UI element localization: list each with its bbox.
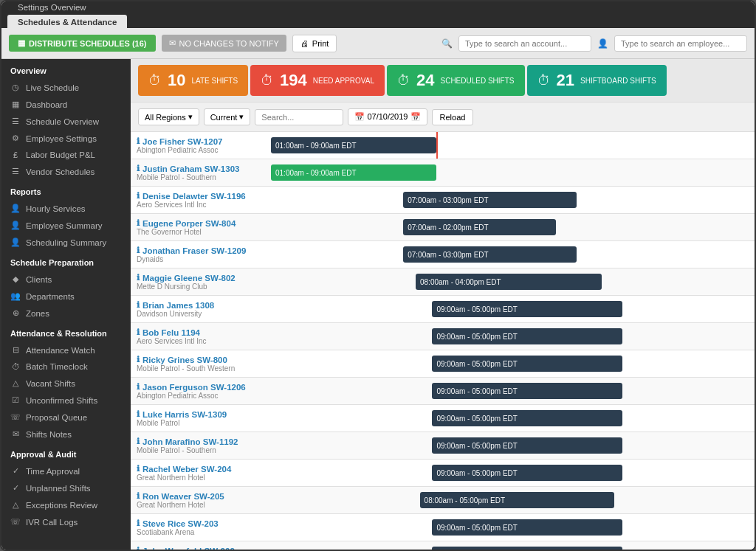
table-row: ℹ John Marafino SW-1192 Mobile Patrol - … xyxy=(131,432,755,460)
info-icon[interactable]: ℹ xyxy=(137,464,140,474)
reload-button[interactable]: Reload xyxy=(432,109,474,125)
employee-name: ℹ Bob Felu 1194 xyxy=(137,328,265,337)
info-icon[interactable]: ℹ xyxy=(137,491,140,501)
shift-block[interactable]: 07:00am - 02:00pm EDT xyxy=(403,219,556,235)
sidebar-item-scheduling-summary[interactable]: 👤Scheduling Summary xyxy=(1,234,131,251)
shift-block[interactable]: 07:00am - 03:00pm EDT xyxy=(403,246,577,263)
employee-subtitle: Aero Services Intl Inc xyxy=(137,201,265,209)
sidebar-item-vacant-shifts[interactable]: △Vacant Shifts xyxy=(1,375,131,392)
stat-number: 21 xyxy=(557,71,574,90)
info-icon[interactable]: ℹ xyxy=(137,409,140,419)
shift-block[interactable]: 01:00am - 09:00am EDT xyxy=(271,137,436,153)
sidebar-item-unconfirmed-shifts[interactable]: ☑Unconfirmed Shifts xyxy=(1,392,131,409)
sidebar-icon: ☏ xyxy=(10,517,21,527)
shift-block[interactable]: 09:00am - 05:00pm EDT xyxy=(432,519,622,536)
shift-block[interactable]: 09:00am - 05:00pm EDT xyxy=(432,301,622,317)
time-filter[interactable]: Current ▾ xyxy=(204,108,251,125)
sidebar-item-unplanned-shifts[interactable]: ✓Unplanned Shifts xyxy=(1,479,131,496)
shift-block[interactable]: 09:00am - 05:00pm EDT xyxy=(432,437,622,454)
date-picker[interactable]: 📅 07/10/2019 📅 xyxy=(348,108,427,125)
info-icon[interactable]: ℹ xyxy=(137,191,140,201)
employee-name-text: Brian James 1308 xyxy=(142,301,214,310)
current-time-indicator xyxy=(436,132,438,159)
sidebar-item-zones[interactable]: ⊕Zones xyxy=(1,305,131,322)
stat-card-shiftboard-shifts[interactable]: ⏱ 21 SHIFTBOARD SHIFTS xyxy=(527,65,667,96)
stat-icon: ⏱ xyxy=(537,73,551,89)
info-icon[interactable]: ℹ xyxy=(137,546,140,550)
stat-card-late-shifts[interactable]: ⏱ 10 LATE SHIFTS xyxy=(138,65,248,96)
info-icon[interactable]: ℹ xyxy=(137,273,140,283)
sidebar-item-shifts-notes[interactable]: ✉Shifts Notes xyxy=(1,426,131,443)
info-icon[interactable]: ℹ xyxy=(137,136,140,146)
schedule-search-input[interactable] xyxy=(255,109,343,125)
employee-name-text: Jason Ferguson SW-1206 xyxy=(142,383,246,392)
sidebar-item-attendance-watch[interactable]: ⊟Attendance Watch xyxy=(1,342,131,358)
shift-block[interactable]: 08:00am - 04:00pm EDT xyxy=(416,274,602,290)
sidebar-item-dashboard[interactable]: ▦Dashboard xyxy=(1,96,131,113)
sidebar-icon: ◷ xyxy=(10,83,21,92)
sidebar-item-schedule-overview[interactable]: ☰Schedule Overview xyxy=(1,113,131,130)
info-icon[interactable]: ℹ xyxy=(137,382,140,392)
sidebar-item-clients[interactable]: ◆Clients xyxy=(1,271,131,288)
employee-subtitle: The Governor Hotel xyxy=(137,228,265,236)
sidebar-icon: ☑ xyxy=(10,395,21,405)
stat-card-scheduled-shifts[interactable]: ⏱ 24 SCHEDULED SHIFTS xyxy=(387,65,525,96)
shift-block[interactable]: 07:00am - 03:00pm EDT xyxy=(403,192,577,208)
info-icon[interactable]: ℹ xyxy=(137,218,140,228)
sidebar-icon: ⊕ xyxy=(10,308,21,318)
sidebar-icon: ☰ xyxy=(10,117,21,126)
shift-block[interactable]: 09:00am - 05:00pm EDT xyxy=(432,410,622,426)
sidebar-item-proposal-queue[interactable]: ☏Proposal Queue xyxy=(1,409,131,426)
sidebar-item-batch-timeclock[interactable]: ⏱Batch Timeclock xyxy=(1,358,131,375)
employee-name-text: Maggie Gleene SW-802 xyxy=(142,274,236,283)
nav-tab-settings-overview[interactable]: Settings Overview xyxy=(7,0,127,15)
sidebar-item-label: Unplanned Shifts xyxy=(26,484,91,493)
region-filter[interactable]: All Regions ▾ xyxy=(138,108,199,125)
stat-card-need-approval[interactable]: ⏱ 194 NEED APPROVAL xyxy=(250,65,385,96)
shift-block[interactable]: 09:00am - 05:00pm EDT xyxy=(432,547,622,550)
sidebar-item-vendor-schedules[interactable]: ☰Vendor Schedules xyxy=(1,163,131,180)
info-icon[interactable]: ℹ xyxy=(137,246,140,255)
shift-block[interactable]: 09:00am - 05:00pm EDT xyxy=(432,356,622,372)
info-icon[interactable]: ℹ xyxy=(137,519,140,528)
sidebar-section-approval-&-audit: Approval & Audit xyxy=(1,443,131,462)
employee-info: ℹ Ron Weaver SW-205 Great Northern Hotel xyxy=(131,489,271,511)
stat-number: 194 xyxy=(280,71,307,90)
employee-subtitle: Davidson University xyxy=(137,310,265,318)
shift-block[interactable]: 09:00am - 05:00pm EDT xyxy=(432,328,622,344)
info-icon[interactable]: ℹ xyxy=(137,328,140,337)
employee-name: ℹ Jason Ferguson SW-1206 xyxy=(137,382,265,392)
sidebar-item-labor-budget-p-l[interactable]: ₤Labor Budget P&L xyxy=(1,147,131,163)
sidebar-item-time-approval[interactable]: ✓Time Approval xyxy=(1,462,131,479)
employee-name-text: Eugene Porper SW-804 xyxy=(142,219,236,228)
distribute-schedules-button[interactable]: ▦ DISTRIBUTE SCHEDULES (16) xyxy=(9,35,156,52)
search-employee-input[interactable] xyxy=(614,35,747,52)
sidebar-item-exceptions-review[interactable]: △Exceptions Review xyxy=(1,496,131,513)
info-icon[interactable]: ℹ xyxy=(137,300,140,310)
no-changes-button[interactable]: ✉ NO CHANGES TO NOTIFY xyxy=(162,35,286,52)
nav-tab-schedules-&-attendance[interactable]: Schedules & Attendance xyxy=(7,15,127,30)
shift-block[interactable]: 01:00am - 09:00am EDT xyxy=(271,164,436,181)
employee-name: ℹ Eugene Porper SW-804 xyxy=(137,218,265,228)
sidebar-item-live-schedule[interactable]: ◷Live Schedule xyxy=(1,79,131,96)
sidebar-item-hourly-services[interactable]: 👤Hourly Services xyxy=(1,200,131,217)
info-icon[interactable]: ℹ xyxy=(137,164,140,173)
print-button[interactable]: 🖨 Print xyxy=(292,35,337,52)
sidebar-icon: △ xyxy=(10,500,21,510)
sidebar-item-departments[interactable]: 👥Departments xyxy=(1,288,131,305)
stat-icon: ⏱ xyxy=(148,73,162,89)
sidebar-item-employee-settings[interactable]: ⚙Employee Settings xyxy=(1,130,131,147)
sidebar-item-ivr-call-logs[interactable]: ☏IVR Call Logs xyxy=(1,513,131,530)
shift-block[interactable]: 08:00am - 05:00pm EDT xyxy=(420,492,614,508)
info-icon[interactable]: ℹ xyxy=(137,355,140,364)
shift-block[interactable]: 09:00am - 05:00pm EDT xyxy=(432,383,622,399)
timeline-column: 09:00am - 05:00pm EDT xyxy=(271,323,755,350)
stat-label: NEED APPROVAL xyxy=(313,76,374,86)
search-account-input[interactable] xyxy=(458,35,591,52)
sidebar-item-employee-summary[interactable]: 👤Employee Summary xyxy=(1,217,131,234)
employee-info: ℹ Eugene Porper SW-804 The Governor Hote… xyxy=(131,216,271,238)
employee-subtitle: Abington Pediatric Assoc xyxy=(137,146,265,154)
shift-block[interactable]: 09:00am - 05:00pm EDT xyxy=(432,465,622,481)
timeline-column: 07:00am - 02:00pm EDT xyxy=(271,214,755,240)
info-icon[interactable]: ℹ xyxy=(137,437,140,446)
